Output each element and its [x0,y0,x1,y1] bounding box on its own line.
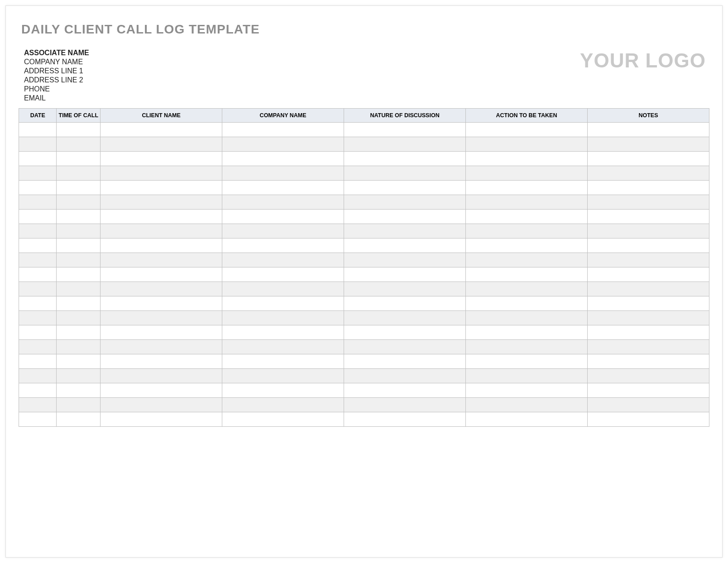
table-cell[interactable] [19,181,57,195]
table-cell[interactable] [19,195,57,210]
table-cell[interactable] [19,325,57,340]
table-cell[interactable] [344,340,466,354]
table-cell[interactable] [466,181,588,195]
table-cell[interactable] [588,296,709,311]
table-cell[interactable] [222,282,344,296]
table-cell[interactable] [588,412,709,427]
table-cell[interactable] [588,340,709,354]
table-cell[interactable] [466,354,588,369]
table-cell[interactable] [57,152,101,166]
table-cell[interactable] [344,253,466,267]
table-cell[interactable] [466,369,588,383]
table-cell[interactable] [344,383,466,398]
table-cell[interactable] [222,152,344,166]
table-cell[interactable] [101,181,222,195]
table-cell[interactable] [466,383,588,398]
table-cell[interactable] [222,181,344,195]
table-cell[interactable] [19,224,57,239]
table-cell[interactable] [466,282,588,296]
table-cell[interactable] [101,267,222,282]
table-cell[interactable] [466,195,588,210]
table-cell[interactable] [101,166,222,181]
table-cell[interactable] [19,210,57,224]
table-cell[interactable] [588,369,709,383]
table-cell[interactable] [222,166,344,181]
table-cell[interactable] [588,311,709,325]
table-cell[interactable] [466,253,588,267]
table-cell[interactable] [222,253,344,267]
table-cell[interactable] [19,311,57,325]
table-cell[interactable] [466,398,588,412]
table-cell[interactable] [344,224,466,239]
table-cell[interactable] [101,282,222,296]
table-cell[interactable] [466,137,588,152]
table-cell[interactable] [344,325,466,340]
table-cell[interactable] [57,210,101,224]
table-cell[interactable] [19,412,57,427]
table-cell[interactable] [344,123,466,137]
table-cell[interactable] [19,296,57,311]
table-cell[interactable] [19,166,57,181]
table-cell[interactable] [19,267,57,282]
table-cell[interactable] [19,123,57,137]
table-cell[interactable] [101,398,222,412]
table-cell[interactable] [344,267,466,282]
table-cell[interactable] [222,325,344,340]
table-cell[interactable] [57,296,101,311]
table-cell[interactable] [588,354,709,369]
table-cell[interactable] [222,383,344,398]
table-cell[interactable] [19,253,57,267]
table-cell[interactable] [57,253,101,267]
table-cell[interactable] [57,239,101,253]
table-cell[interactable] [466,123,588,137]
table-cell[interactable] [344,398,466,412]
table-cell[interactable] [57,123,101,137]
table-cell[interactable] [344,369,466,383]
table-cell[interactable] [588,224,709,239]
table-cell[interactable] [101,239,222,253]
table-cell[interactable] [588,210,709,224]
table-cell[interactable] [222,369,344,383]
table-cell[interactable] [588,383,709,398]
table-cell[interactable] [344,137,466,152]
table-cell[interactable] [101,383,222,398]
table-cell[interactable] [222,398,344,412]
table-cell[interactable] [101,123,222,137]
table-cell[interactable] [101,253,222,267]
table-cell[interactable] [222,123,344,137]
table-cell[interactable] [101,224,222,239]
table-cell[interactable] [588,398,709,412]
table-cell[interactable] [588,253,709,267]
table-cell[interactable] [466,325,588,340]
table-cell[interactable] [57,166,101,181]
table-cell[interactable] [222,267,344,282]
table-cell[interactable] [588,137,709,152]
table-cell[interactable] [588,325,709,340]
table-cell[interactable] [57,325,101,340]
table-cell[interactable] [57,282,101,296]
table-cell[interactable] [588,239,709,253]
table-cell[interactable] [588,123,709,137]
table-cell[interactable] [344,296,466,311]
table-cell[interactable] [222,195,344,210]
table-cell[interactable] [19,398,57,412]
table-cell[interactable] [57,224,101,239]
table-cell[interactable] [57,354,101,369]
table-cell[interactable] [222,340,344,354]
table-cell[interactable] [101,369,222,383]
table-cell[interactable] [222,412,344,427]
table-cell[interactable] [588,152,709,166]
table-cell[interactable] [57,398,101,412]
table-cell[interactable] [344,239,466,253]
table-cell[interactable] [466,412,588,427]
table-cell[interactable] [19,340,57,354]
table-cell[interactable] [101,311,222,325]
table-cell[interactable] [19,354,57,369]
table-cell[interactable] [101,354,222,369]
table-cell[interactable] [101,296,222,311]
table-cell[interactable] [588,195,709,210]
table-cell[interactable] [588,267,709,282]
table-cell[interactable] [466,311,588,325]
table-cell[interactable] [57,181,101,195]
table-cell[interactable] [466,152,588,166]
